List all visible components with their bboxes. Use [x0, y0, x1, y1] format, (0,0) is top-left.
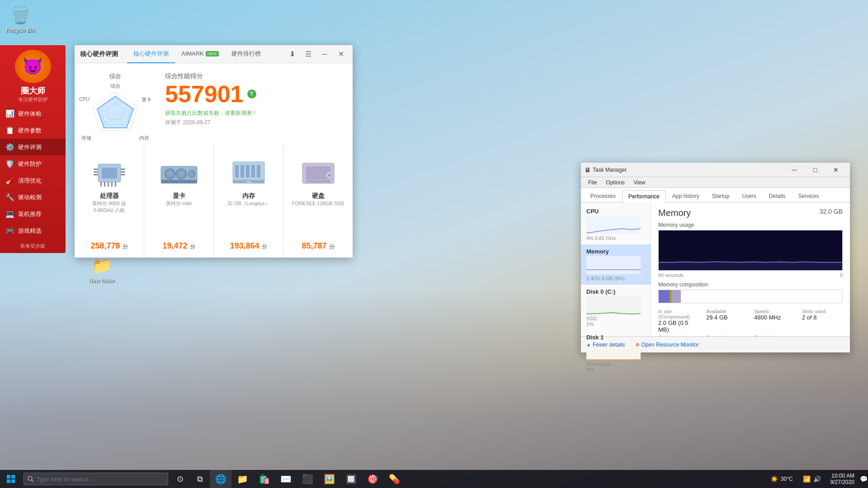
tab-performance[interactable]: Performance	[623, 190, 665, 202]
menu-hardware-checkup[interactable]: 📊 硬件体检	[0, 105, 66, 122]
svg-rect-29	[161, 180, 197, 183]
svg-rect-42	[306, 181, 330, 182]
system-clock[interactable]: 10:00 AM 9/27/2020	[826, 470, 859, 488]
taskbar-task-view-btn[interactable]: ⧉	[190, 470, 210, 488]
taskbar-edge-btn[interactable]: 🌐	[210, 470, 231, 488]
tm-sidebar-disk0[interactable]: Disk 0 (C:) SSD1%	[581, 285, 651, 330]
tm-maximize-btn[interactable]: □	[805, 163, 826, 177]
taskbar-app2-btn[interactable]: 🎯	[362, 470, 383, 488]
benchmark-titlebar-actions: ⬇ ☰ ─ ✕	[286, 48, 347, 61]
menu-recommend[interactable]: 💻 装机推荐	[0, 206, 66, 222]
taskbar-mail-btn[interactable]: ✉️	[275, 470, 297, 488]
hardware-checkup-icon: 📊	[5, 109, 14, 118]
tm-in-use-bar	[659, 290, 670, 303]
hdd-card-image	[291, 154, 345, 190]
new-folder-label: New folder	[89, 277, 114, 284]
search-icon	[28, 476, 34, 482]
clock-time: 10:00 AM	[831, 473, 854, 479]
svg-rect-11	[94, 169, 98, 170]
tm-sidebar-memory[interactable]: Memory 2.4/31.8 GB (8%)	[581, 244, 651, 285]
tm-sidebar-cpu[interactable]: CPU 4% 0.81 GHz	[581, 204, 651, 244]
menu-clean-optimize[interactable]: 🧹 清理优化	[0, 172, 66, 189]
tm-main: Memory 32.0 GB Memory usage	[651, 202, 850, 336]
tm-menu-options[interactable]: Options	[602, 177, 628, 188]
tm-close-btn[interactable]: ✕	[826, 163, 846, 177]
tab-processes[interactable]: Processes	[585, 190, 622, 202]
driver-check-icon: 🔧	[5, 193, 14, 202]
tab-hardware-eval[interactable]: 核心硬件评测	[127, 45, 175, 63]
close-button[interactable]: ✕	[335, 48, 347, 61]
desktop: 🗑️ Recycle Bin 📁 New folder 😈 圈大师 专注硬件防护…	[0, 0, 868, 488]
tab-startup[interactable]: Startup	[706, 190, 736, 202]
tab-users[interactable]: Users	[736, 190, 762, 202]
tm-resource-title: Memory	[658, 208, 691, 218]
tm-minimize-btn[interactable]: ─	[784, 163, 805, 177]
store-icon: 🛍️	[259, 474, 270, 484]
tm-cpu-title: CPU	[586, 208, 645, 215]
hw-card-cpu[interactable]: 处理器 英特尔 0000 @0.80GHz 八核 258,778 分	[75, 145, 144, 258]
taskbar-store-btn[interactable]: 🛍️	[253, 470, 275, 488]
tm-menu-file[interactable]: File	[585, 177, 600, 188]
tm-stat-available-value: 29.4 GB	[706, 314, 747, 321]
taskbar-search-input[interactable]	[37, 476, 154, 483]
tm-time-label: 60 seconds 0	[658, 272, 843, 278]
tm-app-icon: 🖥	[585, 166, 591, 174]
system-tray-icons[interactable]: 📶 🔊	[798, 470, 826, 488]
svg-marker-8	[97, 96, 133, 128]
download-button[interactable]: ⬇	[286, 48, 298, 61]
hardware-protect-icon: 🛡️	[5, 160, 14, 168]
radar-label-memory: 内存	[139, 135, 149, 141]
hdd-card-name: 硬盘	[312, 192, 325, 200]
open-resource-monitor-label: Open Resource Monitor	[641, 342, 698, 348]
score-number: 557901	[165, 80, 244, 108]
tab-services[interactable]: Services	[793, 190, 825, 202]
menu-button[interactable]: ☰	[302, 48, 315, 61]
tm-menu-view[interactable]: View	[630, 177, 649, 188]
new-folder-icon[interactable]: 📁 New folder	[84, 253, 120, 286]
radar-label-storage: 存储	[81, 135, 91, 141]
tab-hardware-rank[interactable]: 硬件排行榜	[225, 45, 267, 63]
menu-games[interactable]: 🎮 游戏精选	[0, 222, 66, 239]
taskbar-explorer-btn[interactable]: 📁	[231, 470, 253, 488]
taskbar-cmd-btn[interactable]: ⬛	[297, 470, 318, 488]
fewer-details-button[interactable]: ▲ Fewer details	[586, 342, 625, 348]
score-info-icon[interactable]: ?	[247, 89, 256, 99]
taskbar-search[interactable]	[24, 473, 168, 485]
taskbar-photos-btn[interactable]: 🖼️	[318, 470, 340, 488]
ram-card-score: 193,864 分	[230, 241, 267, 251]
hw-card-hdd[interactable]: 硬盘 FORESEE 128GB SSD 85,787 分	[283, 145, 353, 258]
notification-area[interactable]: 💬	[859, 470, 868, 488]
tab-app-history[interactable]: App history	[666, 190, 705, 202]
tm-sidebar-disk1[interactable]: Disk 1 Removable0%	[581, 330, 651, 376]
cpu-card-score: 258,778 分	[90, 241, 127, 251]
hw-card-ram[interactable]: 内存 32 GB（Longsys） 193,864 分	[214, 145, 283, 258]
taskbar-cortana-btn[interactable]: ⊙	[170, 470, 190, 488]
tm-cpu-sub: 4% 0.81 GHz	[586, 235, 645, 241]
svg-line-57	[32, 480, 33, 482]
taskbar-app3-btn[interactable]: 💊	[383, 470, 405, 488]
svg-rect-13	[94, 174, 98, 175]
taskbar: ⊙ ⧉ 🌐 📁 🛍️ ✉️ ⬛ 🖼️ 🔲 🎯 💊	[0, 470, 868, 488]
menu-driver-check[interactable]: 🔧 驱动检测	[0, 189, 66, 206]
tm-stat-form-factor: Form factor: DIMM	[754, 335, 795, 336]
svg-rect-52	[7, 475, 10, 479]
clean-optimize-icon: 🧹	[5, 176, 14, 185]
clock-date: 9/27/2020	[830, 479, 854, 485]
menu-hardware-params[interactable]: 📋 硬件参数	[0, 122, 66, 139]
weather-indicator[interactable]: ☀️ 30°C	[765, 470, 798, 488]
menu-hardware-protect[interactable]: 🛡️ 硬件防护	[0, 155, 66, 172]
open-resource-monitor-button[interactable]: ⊘ Open Resource Monitor	[636, 342, 698, 348]
menu-hardware-eval[interactable]: ⚙️ 硬件评测	[0, 139, 66, 155]
taskbar-app1-btn[interactable]: 🔲	[340, 470, 362, 488]
tab-details[interactable]: Details	[763, 190, 792, 202]
tab-aimark[interactable]: AIMARK NEW	[175, 45, 225, 63]
start-button[interactable]	[0, 470, 22, 488]
svg-rect-54	[7, 479, 10, 483]
menu-hardware-checkup-label: 硬件体检	[18, 110, 42, 118]
svg-rect-44	[586, 256, 641, 274]
hw-card-gpu[interactable]: 显卡 英特尔 Intel 19,472 分	[144, 145, 213, 258]
svg-point-26	[178, 171, 184, 177]
cpu-card-name: 处理器	[100, 192, 119, 200]
minimize-button[interactable]: ─	[318, 48, 331, 61]
recycle-bin-icon[interactable]: 🗑️ Recycle Bin	[2, 3, 38, 35]
